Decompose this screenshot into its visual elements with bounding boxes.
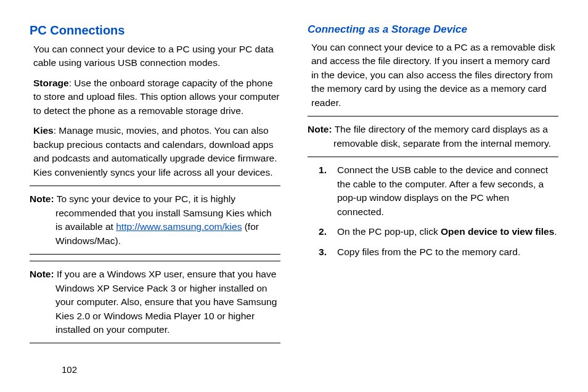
note-right-text: Note: The file directory of the memory c… xyxy=(308,123,558,150)
storage-text: : Use the onboard storage capacity of th… xyxy=(33,78,280,116)
note-2-body: If you are a Windows XP user, ensure tha… xyxy=(54,269,277,335)
step-2-bold: Open device to view files xyxy=(441,226,554,237)
steps-list: Connect the USB cable to the device and … xyxy=(319,163,558,259)
storage-device-heading: Connecting as a Storage Device xyxy=(308,23,558,36)
right-column: Connecting as a Storage Device You can c… xyxy=(308,23,558,349)
note-right-body: The file directory of the memory card di… xyxy=(332,124,551,148)
kies-text: : Manage music, movies, and photos. You … xyxy=(33,125,277,177)
left-column: PC Connections You can connect your devi… xyxy=(30,23,280,349)
step-3: Copy files from the PC to the memory car… xyxy=(319,245,558,259)
note-right-label: Note: xyxy=(308,124,332,134)
pc-connections-heading: PC Connections xyxy=(30,23,280,38)
kies-link[interactable]: http://www.samsung.com/kies xyxy=(116,221,242,232)
note-2-text: Note: If you are a Windows XP user, ensu… xyxy=(30,267,280,337)
note-block-1: Note: To sync your device to your PC, it… xyxy=(30,186,280,255)
step-2-post: . xyxy=(554,226,557,237)
page-number: 102 xyxy=(62,364,77,375)
intro-paragraph: You can connect your device to a PC usin… xyxy=(30,43,280,70)
note-2-label: Note: xyxy=(30,269,54,279)
step-2-pre: On the PC pop-up, click xyxy=(337,226,441,237)
page-columns: PC Connections You can connect your devi… xyxy=(30,23,558,349)
storage-device-intro: You can connect your device to a PC as a… xyxy=(308,41,558,110)
storage-paragraph: Storage: Use the onboard storage capacit… xyxy=(30,76,280,118)
kies-paragraph: Kies: Manage music, movies, and photos. … xyxy=(30,124,280,179)
note-1-label: Note: xyxy=(30,194,54,204)
step-2: On the PC pop-up, click Open device to v… xyxy=(319,225,558,239)
note-block-2: Note: If you are a Windows XP user, ensu… xyxy=(30,261,280,343)
storage-label: Storage xyxy=(33,78,69,88)
note-1-text: Note: To sync your device to your PC, it… xyxy=(30,192,280,248)
step-1: Connect the USB cable to the device and … xyxy=(319,163,558,219)
note-block-right: Note: The file directory of the memory c… xyxy=(308,116,558,157)
kies-label: Kies xyxy=(33,125,54,136)
